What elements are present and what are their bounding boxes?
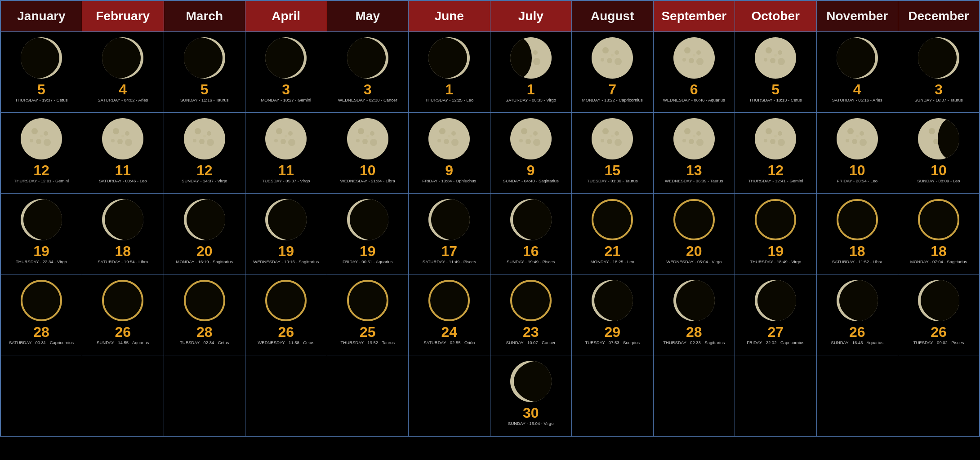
- moon-info-r2-c6: SUNDAY - 19:49 - Pisces: [492, 259, 570, 264]
- moon-info-r2-c3: WEDNESDAY - 10:16 - Sagittarius: [247, 259, 325, 264]
- moon-cell-r0-c9: 5THURSDAY - 18:13 - Cetus: [735, 32, 817, 113]
- moon-day-r3-c9: 27: [737, 325, 815, 339]
- svg-point-128: [533, 131, 538, 136]
- moon-info-r3-c8: THURSDAY - 02:33 - Sagittarius: [655, 340, 733, 345]
- moon-info-r1-c7: TUESDAY - 01:30 - Taurus: [574, 178, 651, 183]
- moon-info-r0-c3: MONDAY - 18:27 - Gemini: [247, 97, 325, 102]
- moon-day-r1-c7: 15: [574, 163, 651, 177]
- moon-info-r2-c8: WEDNESDAY - 05:04 - Virgo: [655, 259, 733, 264]
- svg-point-134: [602, 128, 609, 134]
- svg-point-50: [602, 47, 609, 53]
- moon-cell-r0-c5: 1THURSDAY - 12:25 - Leo: [409, 32, 490, 113]
- moon-info-r3-c10: SUNDAY - 16:43 - Aquarius: [819, 340, 896, 345]
- moon-info-r1-c1: SATURDAY - 00:46 - Leo: [84, 178, 162, 183]
- svg-point-120: [439, 128, 445, 134]
- svg-point-228: [22, 281, 61, 320]
- moon-day-r2-c9: 19: [737, 244, 815, 258]
- moon-cell-r3-c7: 29TUESDAY - 07:53 - Scorpius: [572, 274, 654, 355]
- svg-point-142: [696, 131, 701, 136]
- svg-point-104: [203, 135, 206, 137]
- svg-point-110: [274, 139, 278, 142]
- month-header-september: September: [653, 0, 735, 32]
- moon-image-r3-c6: [492, 278, 570, 323]
- svg-point-64: [766, 47, 772, 53]
- moon-image-r0-c1: [84, 35, 162, 80]
- moon-day-r1-c9: 12: [737, 163, 815, 177]
- moon-image-r0-c8: [655, 35, 733, 80]
- moon-day-r2-c7: 21: [574, 244, 651, 258]
- moon-day-r1-c10: 10: [819, 163, 896, 177]
- svg-point-89: [30, 139, 33, 142]
- moon-day-r2-c5: 17: [410, 244, 488, 258]
- moon-image-r1-c5: [410, 116, 488, 161]
- svg-point-56: [673, 37, 715, 79]
- svg-point-117: [356, 139, 360, 142]
- moon-cell-r1-c10: 10FRIDAY - 20:54 - Leo: [816, 113, 898, 194]
- moon-cell-r4-c11: [898, 355, 980, 436]
- svg-point-102: [207, 139, 214, 146]
- moon-image-r0-c2: [166, 35, 244, 80]
- moon-day-r0-c5: 1: [410, 82, 488, 97]
- moon-image-r2-c8: [655, 197, 733, 242]
- svg-point-131: [519, 139, 523, 142]
- moon-info-r1-c4: WEDNESDAY - 21:34 - Libra: [329, 178, 407, 183]
- svg-point-157: [852, 139, 857, 144]
- moon-cell-r2-c4: 19FRIDAY - 00:51 - Aquarius: [327, 194, 409, 274]
- moon-cell-r3-c3: 26WEDNESDAY - 11:58 - Cetus: [245, 274, 327, 355]
- svg-point-153: [774, 135, 777, 137]
- moon-cell-r1-c4: 10WEDNESDAY - 21:34 - Libra: [327, 113, 409, 194]
- svg-point-158: [860, 139, 867, 146]
- moon-cell-r0-c4: 3WEDNESDAY - 02:30 - Cancer: [327, 32, 409, 113]
- moon-day-r0-c0: 5: [3, 82, 80, 97]
- moon-info-r0-c6: SATURDAY - 00:33 - Virgo: [492, 97, 570, 102]
- moon-image-r3-c11: [900, 278, 977, 323]
- moon-cell-r4-c6: 30SUNDAY - 15:04 - Virgo: [490, 355, 572, 436]
- svg-point-105: [265, 118, 307, 159]
- moon-image-r1-c6: [492, 116, 570, 161]
- moon-image-r0-c3: [247, 35, 325, 80]
- moon-image-r0-c6: [492, 35, 570, 80]
- svg-point-220: [674, 200, 714, 239]
- svg-point-98: [184, 118, 225, 159]
- svg-point-115: [362, 139, 368, 144]
- moon-day-r3-c6: 23: [492, 325, 570, 339]
- svg-point-151: [778, 139, 785, 146]
- moon-day-r0-c4: 3: [329, 82, 407, 97]
- month-header-april: April: [245, 0, 327, 32]
- svg-point-224: [837, 200, 877, 239]
- moon-cell-r3-c5: 24SATURDAY - 02:55 - Orión: [409, 274, 490, 355]
- moon-info-r3-c11: TUESDAY - 09:02 - Pisces: [900, 340, 977, 345]
- moon-info-r0-c11: SUNDAY - 16:07 - Taurus: [900, 97, 977, 102]
- moon-image-r4-c6: [492, 359, 570, 404]
- svg-point-47: [533, 58, 540, 65]
- moon-info-r1-c8: WEDNESDAY - 06:39 - Taurus: [655, 178, 733, 183]
- moon-day-r1-c8: 13: [655, 163, 733, 177]
- moon-image-r2-c1: [84, 197, 162, 242]
- moon-image-r3-c4: [329, 278, 407, 323]
- svg-point-240: [511, 281, 551, 320]
- moon-day-r1-c11: 10: [900, 163, 977, 177]
- svg-point-144: [696, 139, 704, 146]
- moon-image-r0-c11: [900, 35, 977, 80]
- moon-cell-r0-c1: 4SATURDAY - 04:02 - Aries: [82, 32, 164, 113]
- moon-info-r0-c5: THURSDAY - 12:25 - Leo: [410, 97, 488, 102]
- moon-day-r1-c4: 10: [329, 163, 407, 177]
- moon-cell-r4-c10: [816, 355, 898, 436]
- svg-point-141: [684, 128, 690, 134]
- moon-info-r0-c10: SATURDAY - 05:16 - Aries: [819, 97, 896, 102]
- moon-cell-r1-c6: 9SUNDAY - 04:40 - Sagittarius: [490, 113, 572, 194]
- svg-point-109: [288, 139, 295, 146]
- svg-point-55: [611, 54, 614, 57]
- svg-point-129: [526, 139, 531, 144]
- svg-point-58: [696, 50, 701, 55]
- svg-point-155: [847, 128, 854, 134]
- moon-day-r1-c0: 12: [3, 163, 80, 177]
- moon-image-r0-c10: [819, 35, 896, 80]
- svg-point-93: [125, 131, 129, 136]
- moon-info-r2-c2: MONDAY - 16:19 - Sagittarius: [166, 259, 244, 264]
- calendar-row-4: 30SUNDAY - 15:04 - Virgo: [0, 355, 980, 436]
- moon-day-r0-c3: 3: [247, 82, 325, 97]
- svg-point-95: [125, 139, 132, 146]
- svg-point-86: [44, 131, 48, 136]
- moon-cell-r1-c11: 10SUNDAY - 08:09 - Leo: [898, 113, 980, 194]
